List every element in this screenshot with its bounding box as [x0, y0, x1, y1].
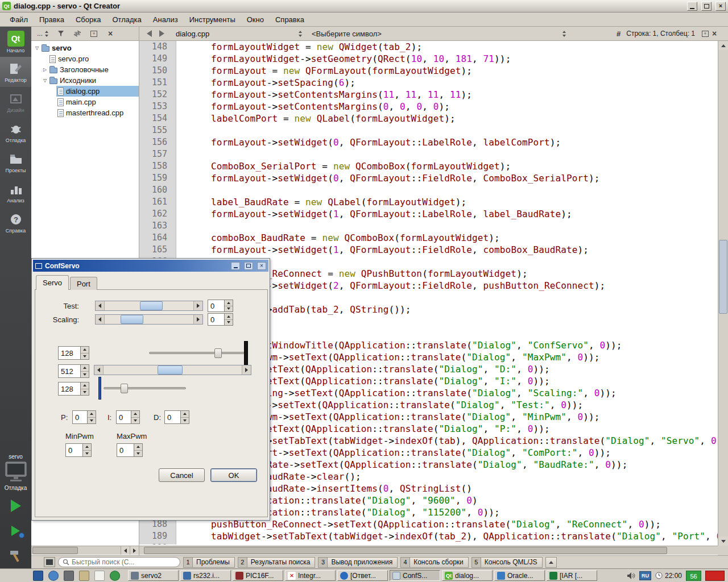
close-panel-icon[interactable] — [106, 29, 115, 38]
code-line[interactable]: formLayout->setWidget(0, QFormLayout::La… — [177, 136, 718, 148]
scroll-left-button[interactable] — [94, 365, 104, 375]
expand-output-pane-button[interactable] — [545, 557, 557, 568]
code-line[interactable]: comboBox_BaudRate = new QComboBox(formLa… — [177, 232, 718, 244]
p-spinbox[interactable]: 0 — [72, 410, 96, 424]
mode-help[interactable]: ? Справка — [0, 207, 31, 238]
task-button-otvet[interactable]: [Ответ... — [337, 570, 388, 581]
spin-up-button[interactable] — [81, 347, 89, 354]
debug-run-button[interactable] — [0, 518, 31, 543]
spin-up-button[interactable] — [181, 411, 189, 418]
code-line[interactable]: formLayout->setContentsMargins(11, 11, 1… — [177, 89, 718, 101]
code-line[interactable]: formLayout->setWidget(0, QFormLayout::Fi… — [177, 172, 718, 184]
slider-handle[interactable] — [121, 384, 128, 393]
spinbox-value[interactable]: 0 — [208, 300, 224, 311]
dialog-close-button[interactable]: × — [257, 262, 266, 270]
open-file-combo[interactable]: dialog.cpp — [172, 30, 306, 38]
menu-tools[interactable]: Инструменты — [184, 14, 241, 26]
code-line[interactable]: formLayout->setSpacing(6); — [177, 77, 718, 89]
window-minimize-button[interactable] — [687, 2, 697, 11]
code-line[interactable] — [177, 148, 718, 160]
ok-button[interactable]: OK — [210, 468, 257, 482]
tab-servo[interactable]: Servo — [36, 275, 69, 290]
menu-build[interactable]: Сборка — [71, 14, 106, 26]
scrollbar-thumb[interactable] — [144, 547, 667, 554]
code-line[interactable]: labelComPort = new QLabel(formLayoutWidg… — [177, 113, 718, 124]
line-number[interactable]: 163 — [139, 220, 176, 232]
cancel-button[interactable]: Cancel — [159, 468, 205, 482]
mode-debug[interactable]: Отладка — [0, 117, 31, 147]
window-close-button[interactable]: × — [715, 2, 726, 11]
dialog-titlebar[interactable]: ConfServo × — [33, 260, 268, 272]
spin-up-button[interactable] — [225, 314, 233, 320]
i-spinbox[interactable]: 0 — [116, 410, 140, 424]
tree-item-sources[interactable]: Исходники — [31, 75, 139, 86]
encoding-toggle[interactable]: # — [617, 30, 621, 38]
line-number[interactable]: 151 — [139, 77, 176, 89]
window-titlebar[interactable]: Qt dialog.cpp - servo - Qt Creator × — [0, 0, 728, 13]
spin-up-button[interactable] — [134, 444, 142, 451]
tree-item-servo[interactable]: servo — [31, 43, 139, 53]
locator-search[interactable] — [58, 557, 180, 567]
run-button[interactable] — [0, 493, 31, 518]
menu-analyze[interactable]: Анализ — [148, 14, 183, 26]
code-line[interactable]: formLayout->setWidget(1, QFormLayout::Fi… — [177, 244, 718, 256]
task-button-rs232[interactable]: rs232.i... — [180, 570, 231, 581]
scroll-right-button[interactable] — [193, 315, 202, 324]
tree-item-main-cpp[interactable]: main.cpp — [31, 97, 139, 107]
bottom-slider[interactable] — [104, 384, 186, 393]
search-input[interactable] — [72, 558, 176, 566]
spin-down-button[interactable] — [81, 354, 89, 360]
spinbox-value[interactable]: 0 — [117, 411, 131, 423]
line-number[interactable]: 150 — [139, 65, 176, 77]
spin-down-button[interactable] — [131, 418, 139, 424]
line-number[interactable]: 189 — [139, 530, 176, 542]
code-line[interactable]: formLayoutWidget = new QWidget(tab_2); — [177, 41, 718, 53]
spin-down-button[interactable] — [134, 451, 142, 457]
line-number[interactable]: 161 — [139, 196, 176, 208]
launcher-app-icon[interactable] — [110, 571, 120, 581]
speaker-icon[interactable] — [627, 572, 635, 580]
scroll-right-button[interactable] — [130, 546, 139, 555]
editor-vscrollbar[interactable] — [718, 41, 728, 546]
code-line[interactable]: tabWidget->setTabText(tabWidget->indexOf… — [177, 530, 718, 542]
task-button-pic16f[interactable]: PIC16F... — [233, 570, 283, 581]
maxpwm-spinbox-128[interactable]: 128 — [58, 346, 89, 360]
scrollbar-track[interactable] — [105, 315, 193, 324]
menu-debug[interactable]: Отладка — [107, 14, 146, 26]
target-selector[interactable]: servo Отладка — [0, 451, 31, 493]
spin-up-button[interactable] — [131, 411, 139, 418]
split-panel-icon[interactable]: + — [89, 29, 98, 38]
panel-button-qml-console[interactable]: 5 Консоль QML/JS — [471, 557, 543, 568]
line-number[interactable]: 190 — [139, 542, 176, 544]
expander-closed-icon[interactable] — [42, 67, 48, 72]
scaling-spinbox[interactable]: 0 — [208, 313, 233, 326]
symbol-combo[interactable]: <Выберите символ> — [308, 30, 570, 38]
scrollbar-thumb[interactable] — [719, 240, 727, 314]
task-button-dialog-qtcreator[interactable]: Qt dialog... — [442, 570, 493, 581]
maxpwm-value-spinbox[interactable]: 0 — [117, 443, 143, 457]
forward-button[interactable] — [155, 28, 168, 39]
code-line[interactable]: label_BaudRate = new QLabel(formLayoutWi… — [177, 196, 718, 208]
code-line[interactable]: formLayout = new QFormLayout(formLayoutW… — [177, 65, 718, 77]
line-number[interactable]: 153 — [139, 101, 176, 113]
dialog-maximize-button[interactable] — [244, 262, 253, 270]
launcher-browser-icon[interactable] — [48, 571, 59, 581]
menu-file[interactable]: Файл — [5, 14, 33, 26]
spinbox-value[interactable]: 0 — [165, 411, 180, 423]
spin-down-button[interactable] — [181, 418, 189, 424]
line-number[interactable]: 160 — [139, 184, 176, 196]
split-editor-icon[interactable]: + — [701, 29, 710, 38]
project-filter-combo[interactable]: ... — [37, 30, 49, 38]
spin-down-button[interactable] — [225, 320, 233, 326]
panel-button-search-results[interactable]: 2 Результаты поиска — [238, 557, 316, 568]
scroll-right-button[interactable] — [242, 365, 251, 375]
expander-open-icon[interactable] — [42, 78, 48, 83]
scroll-left-button[interactable] — [96, 301, 105, 310]
load-monitor-applet[interactable] — [705, 571, 725, 581]
spinbox-512[interactable]: 512 — [58, 364, 89, 378]
line-number[interactable]: 157 — [139, 148, 176, 160]
launcher-keyboard-icon[interactable] — [64, 571, 74, 581]
back-button[interactable] — [143, 28, 155, 39]
spinbox-value[interactable]: 128 — [59, 347, 80, 359]
build-button[interactable] — [0, 543, 31, 568]
